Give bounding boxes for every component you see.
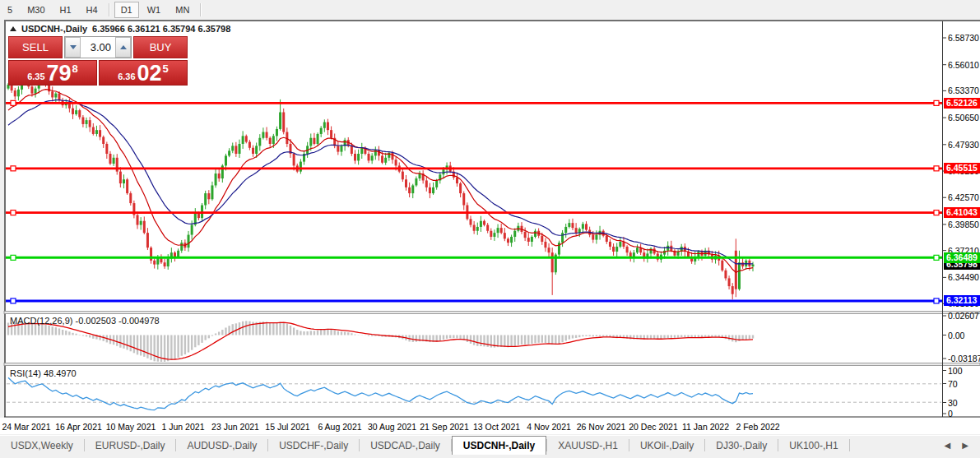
chart-tab-uk100h1[interactable]: UK100-,H1 [778, 436, 848, 455]
macd-axis-tick: 0.02607 [948, 311, 979, 321]
chart-tab-usdcnhdaily[interactable]: USDCNH-,Daily [452, 436, 546, 455]
chart-tab-bar: USDX,WeeklyEURUSD-,DailyAUDUSD-,DailyUSD… [0, 435, 980, 455]
sell-price-big-digits: 79 [47, 62, 72, 85]
rsi-label: RSI(14) 48.4970 [10, 368, 77, 378]
price-axis-tick: 6.58730 [948, 33, 979, 43]
collapse-triangle-icon[interactable] [10, 26, 16, 31]
chart-tab-usdcaddaily[interactable]: USDCAD-,Daily [360, 436, 451, 455]
sell-price-pip-digit: 8 [72, 62, 78, 75]
macd-axis-tick: -0.03187 [948, 354, 980, 363]
one-click-trade-panel: SELL 3.00 BUY 6.35 79 8 6.36 02 5 [8, 36, 188, 86]
rsi-pane[interactable] [7, 377, 941, 409]
price-axis-tick: 6.53370 [948, 86, 979, 95]
date-tick-label: 30 Aug 2021 [368, 422, 416, 432]
rsi-axis-tick: 70 [948, 379, 958, 389]
date-tick-label: 4 Nov 2021 [527, 422, 571, 432]
rsi-axis-tick: 30 [948, 398, 958, 408]
chart-tab-dj30daily[interactable]: DJ30-,Daily [705, 436, 778, 455]
symbol-name: USDCNH-,Daily [21, 24, 87, 34]
chart-tab-usdxweekly[interactable]: USDX,Weekly [0, 436, 84, 455]
arrow-up-icon [120, 45, 127, 49]
price-tag-6.32113: 6.32113 [944, 295, 980, 306]
rsi-axis-tick: 0 [948, 409, 953, 419]
tabs-scroll-right-icon[interactable]: ▶ [962, 441, 968, 450]
date-tick-label: 24 Mar 2021 [2, 422, 51, 432]
chart-title: USDCNH-,Daily 6.35966 6.36121 6.35794 6.… [10, 24, 230, 34]
macd-pane[interactable] [8, 321, 753, 362]
chart-tab-ukoildaily[interactable]: UKOil-,Daily [629, 436, 704, 455]
volume-spinner: 3.00 [64, 36, 132, 58]
tab-separator [849, 439, 850, 451]
rsi-axis-tick: 100 [948, 366, 963, 376]
date-tick-label: 16 Apr 2021 [55, 422, 102, 432]
date-tick-label: 15 Jul 2021 [265, 422, 309, 432]
date-tick-label: 26 Nov 2021 [577, 422, 626, 432]
price-axis-tick: 6.34490 [948, 272, 979, 282]
price-axis-tick: 6.47930 [948, 140, 979, 150]
volume-input[interactable]: 3.00 [81, 37, 115, 58]
chart-tab-audusddaily[interactable]: AUDUSD-,Daily [176, 436, 267, 455]
price-tag-6.36489: 6.36489 [944, 252, 980, 263]
date-tick-label: 21 Sep 2021 [420, 422, 469, 432]
arrow-down-icon [70, 45, 77, 49]
buy-button[interactable]: BUY [133, 36, 188, 58]
date-tick-label: 1 Jun 2021 [162, 422, 205, 432]
price-axis-tick: 6.42570 [948, 192, 979, 202]
buy-price-prefix: 6.36 [118, 72, 135, 81]
macd-label: MACD(12,26,9) -0.002503 -0.004978 [10, 316, 160, 326]
date-tick-label: 11 Jan 2022 [682, 422, 729, 432]
date-tick-label: 6 Aug 2021 [318, 422, 361, 432]
buy-price-display[interactable]: 6.36 02 5 [99, 60, 188, 86]
sell-price-prefix: 6.35 [27, 72, 44, 81]
date-tick-label: 23 Jun 2021 [211, 422, 259, 432]
price-axis-tick: 6.50650 [948, 113, 979, 123]
sell-price-display[interactable]: 6.35 79 8 [8, 60, 97, 86]
macd-axis-tick: 0.00 [948, 331, 964, 340]
price-tag-6.41043: 6.41043 [944, 207, 980, 218]
buy-price-big-digits: 02 [137, 62, 162, 85]
chart-tab-usdchfdaily[interactable]: USDCHF-,Daily [268, 436, 359, 455]
date-tick-label: 2 Feb 2022 [736, 422, 779, 432]
date-tick-label: 20 Dec 2021 [629, 422, 678, 432]
price-tag-6.45515: 6.45515 [944, 163, 980, 173]
ohlc-values: 6.35966 6.36121 6.35794 6.35798 [92, 24, 230, 34]
volume-decrease-button[interactable] [65, 37, 81, 58]
date-tick-label: 13 Oct 2021 [473, 422, 520, 432]
buy-price-pip-digit: 5 [163, 62, 169, 75]
chart-tab-xauusdh1[interactable]: XAUUSD-,H1 [547, 436, 629, 455]
volume-increase-button[interactable] [115, 37, 131, 58]
sell-button[interactable]: SELL [8, 36, 63, 58]
main-price-pane[interactable] [6, 75, 942, 303]
mt4-window: 5M30H1H4D1W1MN USDCNH-,Daily 6.35966 6.3… [0, 0, 980, 458]
price-tag-6.52126: 6.52126 [944, 98, 980, 109]
price-axis-tick: 6.56010 [948, 60, 979, 70]
chart-tab-eurusddaily[interactable]: EURUSD-,Daily [85, 436, 176, 455]
date-tick-label: 10 May 2021 [106, 422, 156, 432]
tabs-scroll-left-icon[interactable]: ◀ [945, 441, 951, 450]
price-axis-tick: 6.39850 [948, 220, 979, 229]
